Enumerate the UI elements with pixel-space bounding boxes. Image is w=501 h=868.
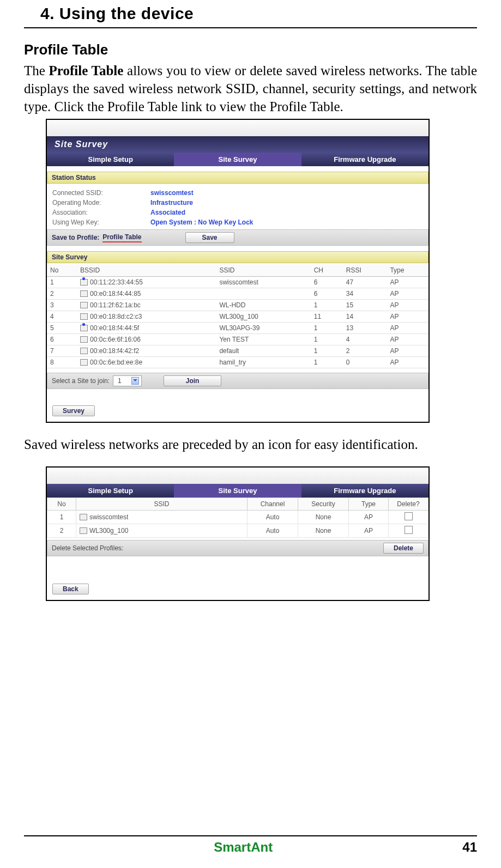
tab-bar: Simple Setup Site Survey Firmware Upgrad… [47, 153, 428, 166]
cell-type: AP [387, 323, 428, 334]
profile-table-link[interactable]: Profile Table [102, 233, 141, 242]
cell-ssid: WL300g_100 [76, 524, 248, 538]
col-ch: CH [311, 264, 343, 277]
delete-checkbox[interactable] [405, 526, 413, 534]
station-status-block: Connected SSID:swisscomtest Operating Mo… [47, 184, 428, 229]
table-row[interactable]: 800:0c:6e:bd:ee:8ehamil_try10AP [47, 357, 428, 368]
join-button[interactable]: Join [164, 375, 222, 386]
intro-bold: Profile Table [49, 63, 124, 78]
delete-checkbox[interactable] [405, 512, 413, 520]
divider [24, 27, 477, 28]
section-heading: Profile Table [24, 41, 477, 58]
table-row[interactable]: 300:11:2f:62:1a:bcWL-HDD115AP [47, 300, 428, 311]
col-delete: Delete? [389, 498, 428, 511]
cell-ch: 11 [311, 311, 343, 323]
delete-profiles-row: Delete Selected Profiles: Delete [47, 540, 428, 556]
join-select[interactable]: 1 [113, 375, 142, 386]
table-row[interactable]: 600:0c:6e:6f:16:06Yen TEST14AP [47, 334, 428, 345]
cell-bssid: 00:0c:6e:6f:16:06 [77, 334, 216, 345]
label-operating-mode: Operating Mode: [52, 198, 150, 208]
join-row: Select a Site to join: 1 Join [47, 373, 428, 389]
cell-rssi: 47 [343, 277, 387, 288]
col-type: Type [349, 498, 389, 511]
save-to-profile-row: Save to Profile: Profile Table Save [47, 229, 428, 246]
cell-ssid: swisscomtest [76, 511, 248, 524]
cell-bssid: 00:11:2f:62:1a:bc [77, 300, 216, 311]
cell-security: None [298, 524, 349, 538]
cell-ssid: swisscomtest [216, 277, 310, 288]
cell-ch: 1 [311, 345, 343, 357]
cell-rssi: 4 [343, 334, 387, 345]
cell-rssi: 34 [343, 288, 387, 300]
cell-type: AP [387, 357, 428, 368]
table-row[interactable]: 400:e0:18:8d:c2:c3WL300g_1001114AP [47, 311, 428, 323]
footer-brand: SmartAnt [24, 840, 462, 855]
cell-rssi: 15 [343, 300, 387, 311]
cell-no: 1 [47, 511, 76, 524]
table-row[interactable]: 1swisscomtestAutoNoneAP [47, 511, 428, 524]
site-survey-screenshot: Site Survey Simple Setup Site Survey Fir… [46, 119, 430, 423]
table-row[interactable]: 500:e0:18:f4:44:5fWL30APG-39113AP [47, 323, 428, 334]
cell-rssi: 13 [343, 323, 387, 334]
page-footer: SmartAnt 41 [24, 835, 477, 855]
col-no: No [47, 498, 76, 511]
cell-type: AP [387, 288, 428, 300]
cell-security: None [298, 511, 349, 524]
table-row[interactable]: 700:e0:18:f4:42:f2default12AP [47, 345, 428, 357]
col-ssid: SSID [216, 264, 310, 277]
station-status-bar: Station Status [47, 172, 428, 184]
tab-bar: Simple Setup Site Survey Firmware Upgrad… [47, 484, 428, 497]
cell-bssid: 00:e0:18:f4:42:f2 [77, 345, 216, 357]
site-survey-bar: Site Survey [47, 251, 428, 263]
tab-simple-setup[interactable]: Simple Setup [47, 153, 174, 166]
cell-no: 5 [47, 323, 77, 334]
cell-type: AP [387, 334, 428, 345]
cell-no: 3 [47, 300, 77, 311]
network-icon [80, 279, 88, 286]
intro-pre: The [24, 63, 49, 78]
save-button[interactable]: Save [185, 232, 234, 243]
cell-no: 6 [47, 334, 77, 345]
back-button[interactable]: Back [52, 584, 89, 594]
cell-bssid: 00:0c:6e:bd:ee:8e [77, 357, 216, 368]
profiles-table: No SSID Channel Security Type Delete? 1s… [47, 497, 428, 538]
cell-ssid: WL30APG-39 [216, 323, 310, 334]
cell-ssid: default [216, 345, 310, 357]
tab-site-survey[interactable]: Site Survey [174, 484, 301, 497]
window-topbar [47, 468, 428, 484]
cell-channel: Auto [248, 524, 298, 538]
network-icon [80, 313, 88, 320]
tab-site-survey[interactable]: Site Survey [174, 153, 301, 166]
value-wep-key: Open System : No Wep Key Lock [150, 217, 253, 227]
cell-ch: 1 [311, 300, 343, 311]
table-row[interactable]: 200:e0:18:f4:44:85634AP [47, 288, 428, 300]
cell-ch: 1 [311, 334, 343, 345]
cell-type: AP [387, 345, 428, 357]
footer-page-number: 41 [462, 840, 477, 855]
tab-firmware-upgrade[interactable]: Firmware Upgrade [301, 153, 428, 166]
save-to-profile-label: Save to Profile: [52, 234, 99, 241]
network-icon [80, 359, 88, 366]
col-security: Security [298, 498, 349, 511]
cell-ssid: hamil_try [216, 357, 310, 368]
label-association: Association: [52, 208, 150, 217]
delete-button[interactable]: Delete [383, 543, 424, 554]
tab-simple-setup[interactable]: Simple Setup [47, 484, 174, 497]
cell-bssid: 00:e0:18:8d:c2:c3 [77, 311, 216, 323]
cell-no: 1 [47, 277, 77, 288]
cell-ch: 6 [311, 288, 343, 300]
survey-button[interactable]: Survey [52, 405, 95, 416]
col-bssid: BSSID [77, 264, 216, 277]
tab-firmware-upgrade[interactable]: Firmware Upgrade [301, 484, 428, 497]
col-no: No [47, 264, 77, 277]
cell-bssid: 00:e0:18:f4:44:5f [77, 323, 216, 334]
cell-ch: 1 [311, 323, 343, 334]
value-association: Associated [150, 208, 185, 217]
cell-ch: 1 [311, 357, 343, 368]
intro-paragraph: The Profile Table allows you to view or … [24, 62, 477, 116]
cell-type: AP [387, 277, 428, 288]
table-row[interactable]: 100:11:22:33:44:55swisscomtest647AP [47, 277, 428, 288]
table-row[interactable]: 2WL300g_100AutoNoneAP [47, 524, 428, 538]
col-type: Type [387, 264, 428, 277]
network-icon [80, 514, 87, 520]
